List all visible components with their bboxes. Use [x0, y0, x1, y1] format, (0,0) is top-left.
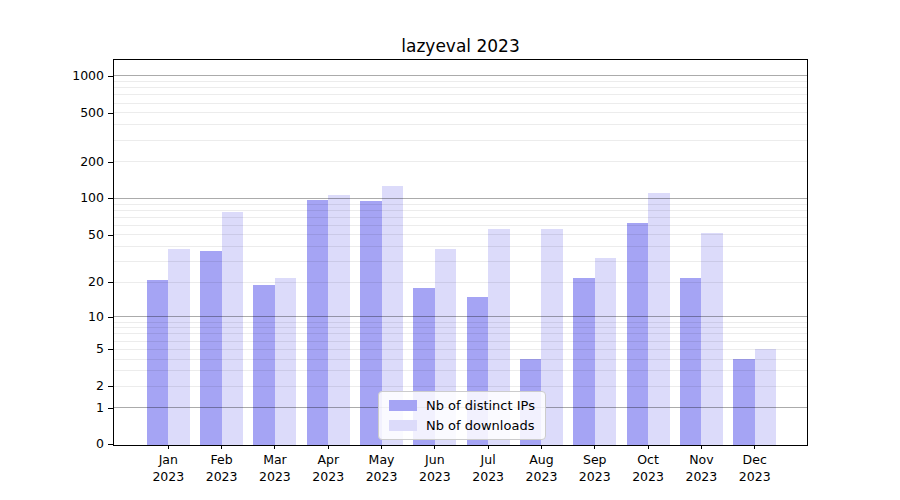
y-tick-label-200: 200	[52, 154, 104, 170]
y-tick-label-2: 2	[52, 378, 104, 394]
gridline-300	[114, 140, 807, 141]
bar-distinct-ips-jan	[147, 280, 169, 445]
y-tick-label-500: 500	[52, 105, 104, 121]
y-tick-label-20: 20	[52, 274, 104, 290]
x-tick-label-dec: Dec2023	[723, 452, 787, 486]
bar-downloads-nov	[701, 233, 723, 445]
y-tick-label-0: 0	[52, 436, 104, 452]
y-tick-1	[108, 408, 113, 409]
x-tick-aug	[541, 445, 542, 449]
gridline-800	[114, 87, 807, 88]
gridline-80	[114, 210, 807, 211]
x-label-month: Dec	[723, 452, 787, 469]
legend-swatch-downloads	[389, 420, 417, 431]
gridline-60	[114, 225, 807, 226]
bar-distinct-ips-feb	[200, 251, 222, 445]
bar-distinct-ips-apr	[307, 200, 329, 445]
bar-downloads-sep	[595, 258, 617, 445]
gridline-600	[114, 103, 807, 104]
bar-distinct-ips-sep	[573, 278, 595, 445]
x-tick-jan	[168, 445, 169, 449]
y-tick-1000	[108, 76, 113, 77]
gridline-90	[114, 204, 807, 205]
y-tick-0	[108, 444, 113, 445]
legend-swatch-distinct-ips	[389, 400, 417, 411]
bar-downloads-apr	[328, 195, 350, 445]
y-tick-10	[108, 317, 113, 318]
y-tick-200	[108, 162, 113, 163]
x-tick-jun	[434, 445, 435, 449]
bar-distinct-ips-dec	[733, 359, 755, 445]
x-tick-jul	[488, 445, 489, 449]
y-tick-label-50: 50	[52, 227, 104, 243]
gridline-1000	[114, 75, 807, 76]
legend-label-distinct-ips: Nb of distinct IPs	[426, 398, 535, 413]
y-tick-label-10: 10	[52, 309, 104, 325]
gridline-200	[114, 161, 807, 162]
bar-downloads-feb	[222, 212, 244, 445]
y-tick-label-1: 1	[52, 400, 104, 416]
bar-downloads-jan	[168, 249, 190, 445]
y-tick-100	[108, 198, 113, 199]
gridline-100	[114, 198, 807, 199]
gridline-700	[114, 94, 807, 95]
gridline-70	[114, 217, 807, 218]
legend: Nb of distinct IPs Nb of downloads	[378, 391, 546, 440]
y-tick-label-1000: 1000	[52, 68, 104, 84]
x-tick-mar	[274, 445, 275, 449]
legend-label-downloads: Nb of downloads	[426, 418, 534, 433]
chart-figure: lazyeval 2023 Nb of distinct IPs Nb of d…	[0, 0, 900, 500]
bar-downloads-mar	[275, 278, 297, 445]
y-tick-50	[108, 235, 113, 236]
x-tick-sep	[594, 445, 595, 449]
x-label-year: 2023	[723, 469, 787, 486]
y-tick-500	[108, 113, 113, 114]
x-tick-oct	[648, 445, 649, 449]
plot-area: Nb of distinct IPs Nb of downloads 01251…	[113, 59, 808, 446]
bar-distinct-ips-nov	[680, 278, 702, 445]
legend-item-distinct-ips: Nb of distinct IPs	[389, 398, 535, 413]
y-tick-label-100: 100	[52, 190, 104, 206]
chart-title: lazyeval 2023	[113, 36, 808, 56]
x-tick-dec	[754, 445, 755, 449]
y-tick-20	[108, 282, 113, 283]
bar-distinct-ips-oct	[627, 223, 649, 445]
legend-item-downloads: Nb of downloads	[389, 418, 535, 433]
y-tick-2	[108, 386, 113, 387]
x-tick-nov	[701, 445, 702, 449]
bar-downloads-dec	[755, 349, 777, 445]
x-tick-may	[381, 445, 382, 449]
y-tick-label-5: 5	[52, 341, 104, 357]
x-tick-apr	[328, 445, 329, 449]
y-tick-5	[108, 349, 113, 350]
gridline-900	[114, 81, 807, 82]
gridline-400	[114, 124, 807, 125]
x-tick-feb	[221, 445, 222, 449]
gridline-500	[114, 112, 807, 113]
bar-downloads-oct	[648, 193, 670, 445]
bar-distinct-ips-mar	[253, 285, 275, 445]
